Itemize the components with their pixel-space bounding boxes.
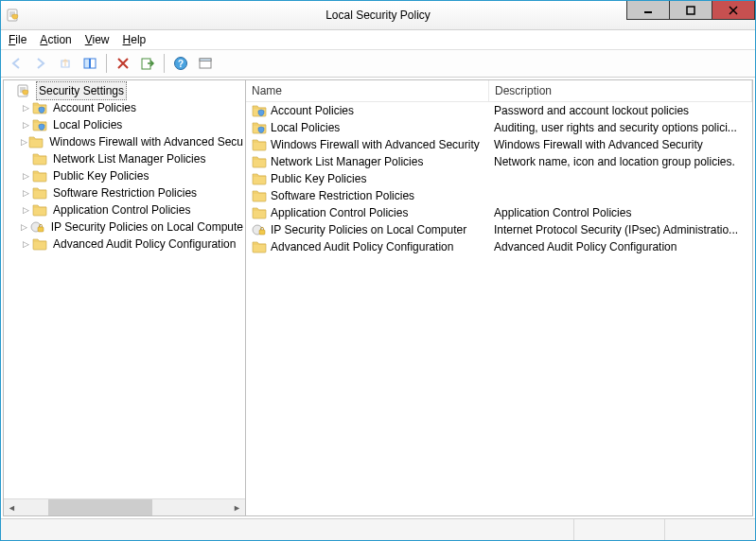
ipsec-icon	[252, 222, 267, 237]
tree-item[interactable]: ▷Software Restriction Policies	[4, 184, 245, 201]
menu-help[interactable]: Help	[123, 33, 147, 46]
cell-name: Application Control Policies	[246, 205, 488, 220]
help-button[interactable]	[169, 52, 192, 75]
title-bar: Local Security Policy	[1, 1, 755, 30]
back-button[interactable]	[5, 52, 27, 75]
cell-name: IP Security Policies on Local Computer	[246, 222, 488, 237]
folder-icon	[252, 205, 267, 220]
tree-item[interactable]: ▷Local Policies	[4, 116, 245, 133]
tree-root-label: Security Settings	[36, 81, 127, 100]
tree-item-label: Advanced Audit Policy Configuration	[51, 236, 237, 253]
maximize-button[interactable]	[669, 1, 712, 20]
folder-icon	[32, 151, 47, 166]
expander-icon[interactable]: ▷	[19, 133, 28, 150]
tree-item-label: Account Policies	[51, 99, 138, 116]
row-name-text: Application Control Policies	[271, 206, 408, 219]
minimize-button[interactable]	[626, 1, 670, 20]
navigation-tree[interactable]: Security Settings▷Account Policies▷Local…	[4, 80, 245, 498]
cell-name: Public Key Policies	[246, 171, 488, 186]
status-segment	[573, 519, 664, 540]
folder-shield-icon	[32, 100, 47, 115]
tree-item[interactable]: ▷Account Policies	[4, 99, 245, 116]
up-button[interactable]	[54, 52, 77, 75]
menu-view[interactable]: View	[85, 33, 110, 46]
list-pane: Name Description Account PoliciesPasswor…	[246, 80, 752, 515]
row-name-text: Advanced Audit Policy Configuration	[271, 240, 453, 253]
row-name-text: Public Key Policies	[271, 172, 366, 185]
folder-shield-icon	[32, 117, 47, 132]
status-segment	[664, 519, 755, 540]
folder-icon	[252, 188, 267, 203]
folder-icon	[32, 236, 47, 252]
expander-icon[interactable]: ▷	[19, 184, 32, 201]
expander-icon[interactable]: ▷	[19, 99, 32, 116]
show-hide-tree-button[interactable]	[79, 52, 101, 75]
folder-icon	[252, 154, 267, 169]
cell-name: Network List Manager Policies	[246, 154, 488, 169]
tree-item[interactable]: ▷Application Control Policies	[4, 201, 245, 218]
horizontal-scrollbar[interactable]: ◄ ►	[4, 498, 245, 515]
scroll-left-arrow[interactable]: ◄	[4, 499, 20, 515]
tree-item-label: IP Security Policies on Local Compute	[49, 218, 245, 236]
tree-item[interactable]: ▷Windows Firewall with Advanced Secu	[4, 133, 245, 150]
cell-name: Local Policies	[246, 120, 488, 135]
cell-description: Internet Protocol Security (IPsec) Admin…	[488, 223, 752, 236]
folder-icon	[252, 239, 267, 254]
cell-description: Password and account lockout policies	[488, 104, 752, 117]
delete-button[interactable]	[112, 52, 134, 75]
list-row[interactable]: IP Security Policies on Local ComputerIn…	[246, 221, 752, 238]
menu-bar: File Action View Help	[1, 30, 755, 49]
list-row[interactable]: Public Key Policies	[246, 170, 752, 187]
cell-description: Network name, icon and location group po…	[488, 155, 752, 168]
list-row[interactable]: Windows Firewall with Advanced SecurityW…	[246, 136, 752, 153]
tree-item[interactable]: ▷Advanced Audit Policy Configuration	[4, 236, 245, 253]
expander-icon[interactable]: ▷	[19, 218, 30, 236]
list-row[interactable]: Network List Manager PoliciesNetwork nam…	[246, 153, 752, 170]
row-name-text: Network List Manager Policies	[271, 155, 423, 168]
content-area: Security Settings▷Account Policies▷Local…	[3, 79, 753, 516]
cell-description: Auditing, user rights and security optio…	[488, 121, 752, 134]
column-header-description[interactable]: Description	[489, 80, 752, 101]
cell-description: Windows Firewall with Advanced Security	[488, 138, 752, 151]
menu-action[interactable]: Action	[40, 33, 71, 46]
list-header: Name Description	[246, 80, 752, 102]
tree-pane: Security Settings▷Account Policies▷Local…	[4, 80, 246, 515]
expander-icon[interactable]: ▷	[19, 201, 32, 218]
window-controls	[627, 1, 755, 20]
scroll-thumb[interactable]	[48, 499, 152, 515]
folder-icon	[252, 137, 267, 152]
folder-icon	[32, 168, 47, 183]
list-row[interactable]: Local PoliciesAuditing, user rights and …	[246, 119, 752, 136]
scroll-track[interactable]	[20, 499, 229, 515]
security-settings-icon	[17, 83, 32, 98]
tree-item-label: Windows Firewall with Advanced Secu	[47, 133, 245, 150]
list-row[interactable]: Account PoliciesPassword and account loc…	[246, 102, 752, 119]
scroll-right-arrow[interactable]: ►	[229, 499, 245, 515]
export-list-button[interactable]	[136, 52, 159, 75]
cell-description: Advanced Audit Policy Configuration	[488, 240, 752, 253]
forward-button[interactable]	[29, 52, 52, 75]
tree-root[interactable]: Security Settings	[4, 82, 245, 99]
list-row[interactable]: Advanced Audit Policy ConfigurationAdvan…	[246, 238, 752, 255]
list-row[interactable]: Software Restriction Policies	[246, 187, 752, 204]
toolbar-separator	[106, 54, 107, 73]
list-body[interactable]: Account PoliciesPassword and account loc…	[246, 102, 752, 515]
list-row[interactable]: Application Control PoliciesApplication …	[246, 204, 752, 221]
menu-file[interactable]: File	[9, 33, 26, 46]
tree-item-label: Software Restriction Policies	[51, 184, 199, 201]
svg-rect-10	[687, 7, 694, 14]
row-name-text: Local Policies	[271, 121, 340, 134]
window: Local Security Policy File Action View H…	[0, 0, 756, 541]
close-button[interactable]	[712, 1, 755, 20]
column-header-name[interactable]: Name	[246, 80, 489, 101]
tree-item-label: Application Control Policies	[51, 201, 192, 218]
cell-description: Application Control Policies	[488, 206, 752, 219]
tree-item[interactable]: ▷IP Security Policies on Local Compute	[4, 218, 245, 236]
expander-icon[interactable]: ▷	[19, 167, 32, 184]
expander-icon[interactable]: ▷	[19, 236, 32, 253]
tree-item[interactable]: Network List Manager Policies	[4, 150, 245, 167]
properties-button[interactable]	[194, 52, 217, 75]
tree-item[interactable]: ▷Public Key Policies	[4, 167, 245, 184]
expander-icon[interactable]: ▷	[19, 116, 32, 133]
folder-shield-icon	[252, 103, 267, 118]
